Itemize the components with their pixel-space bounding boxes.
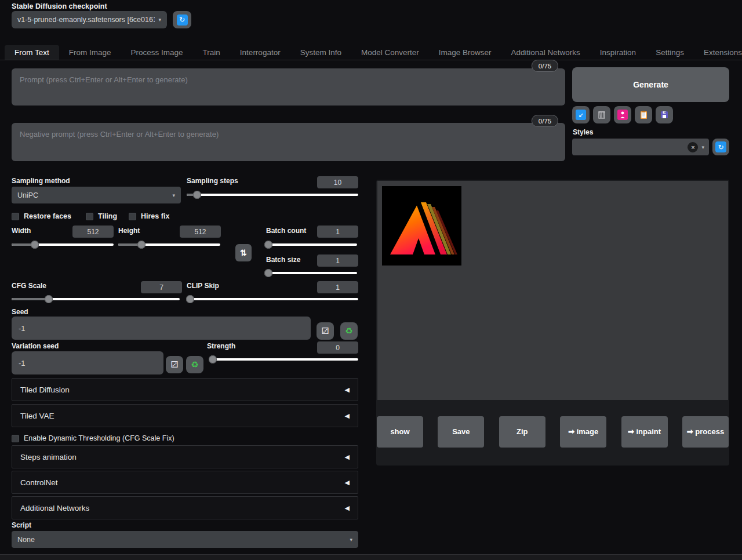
negative-prompt-input[interactable] [12,123,565,161]
sampling-method-value: UniPC [17,191,169,199]
chevron-left-icon: ◀ [345,412,350,420]
read-generation-params-button[interactable]: ↙ [572,106,590,123]
height-input[interactable]: 512 [180,226,221,238]
clear-prompt-button[interactable] [593,106,610,123]
hires-fix-checkbox[interactable]: Hires fix [129,212,169,220]
reuse-seed-button[interactable]: ♻ [340,322,358,340]
tab-interrogator[interactable]: Interrogator [230,45,290,60]
random-seed-button[interactable]: ⚂ [317,322,334,340]
zip-button[interactable]: Zip [499,416,545,448]
batch-size-label: Batch size [266,256,300,264]
seed-input[interactable]: -1 [12,317,311,340]
recycle-icon: ♻ [191,359,198,370]
restore-faces-checkbox[interactable]: Restore faces [12,212,71,220]
generated-image-thumbnail[interactable] [382,186,461,266]
variation-seed-label: Variation seed [12,342,59,350]
chevron-left-icon: ◀ [345,386,350,394]
chevron-left-icon: ◀ [345,479,350,486]
tab-extensions[interactable]: Extensions [694,45,742,60]
batch-count-label: Batch count [266,227,306,235]
chevron-down-icon: ▾ [158,17,161,23]
cfg-scale-input[interactable]: 7 [141,281,182,293]
arrow-down-left-icon: ↙ [576,110,586,120]
chevron-down-icon: ▾ [172,192,175,198]
batch-size-slider[interactable] [267,269,357,277]
tab-additional-networks[interactable]: Additional Networks [501,45,590,60]
cfg-scale-slider[interactable] [12,295,180,303]
extra-networks-button[interactable] [614,106,631,123]
styles-select[interactable]: × ▾ [572,139,709,155]
tab-model-converter[interactable]: Model Converter [351,45,429,60]
accordion-tiled-diffusion[interactable]: Tiled Diffusion ◀ [12,378,358,401]
dice-icon: ⚂ [170,359,178,370]
checkpoint-select[interactable]: v1-5-pruned-emaonly.safetensors [6ce0161… [12,11,167,28]
app-root: Stable Diffusion checkpoint v1-5-pruned-… [0,0,742,560]
tab-process-image[interactable]: Process Image [121,45,193,60]
tab-inspiration[interactable]: Inspiration [590,45,646,60]
page-bottom-divider [0,554,742,560]
accordion-title: ControlNet [20,478,345,487]
checkbox-icon [86,213,93,220]
styles-label: Styles [573,128,593,136]
tiling-label: Tiling [98,212,117,220]
width-input[interactable]: 512 [72,226,114,238]
variation-seed-input[interactable]: -1 [12,351,163,374]
dice-icon: ⚂ [321,326,329,336]
chevron-down-icon: ▾ [701,144,704,150]
generate-button[interactable]: Generate [572,67,729,102]
reuse-variation-seed-button[interactable]: ♻ [186,356,203,373]
tab-image-browser[interactable]: Image Browser [429,45,501,60]
strength-slider[interactable] [210,355,358,363]
save-style-button[interactable] [656,106,673,123]
accordion-steps-animation[interactable]: Steps animation ◀ [12,445,358,468]
batch-size-input[interactable]: 1 [317,254,358,267]
send-to-inpaint-button[interactable]: ➡ inpaint [621,416,668,448]
close-icon[interactable]: × [688,142,698,152]
script-select[interactable]: None ▾ [12,531,358,548]
prompt-token-counter: 0/75 [532,60,558,72]
swap-dimensions-button[interactable]: ⇅ [235,244,252,261]
strength-input[interactable]: 0 [317,341,358,354]
trash-icon [596,110,607,120]
send-to-image-button[interactable]: ➡ image [560,416,606,448]
accordion-additional-networks[interactable]: Additional Networks ◀ [12,496,358,519]
tiling-checkbox[interactable]: Tiling [86,212,117,220]
flower-card-icon [617,110,628,120]
clip-skip-input[interactable]: 1 [317,281,358,293]
height-slider[interactable] [118,241,220,249]
accordion-controlnet[interactable]: ControlNet ◀ [12,471,358,494]
accordion-tiled-vae[interactable]: Tiled VAE ◀ [12,404,358,427]
tab-system-info[interactable]: System Info [290,45,351,60]
tab-from-image[interactable]: From Image [59,45,121,60]
refresh-icon: ↻ [177,14,188,26]
styles-refresh-button[interactable]: ↻ [712,139,729,155]
artroom-logo [382,186,461,266]
seed-label: Seed [12,308,28,316]
batch-count-input[interactable]: 1 [317,226,358,238]
clip-skip-slider[interactable] [187,295,358,303]
show-button[interactable]: show [377,416,423,448]
checkpoint-refresh-button[interactable]: ↻ [173,11,191,28]
batch-count-slider[interactable] [267,241,357,249]
width-slider[interactable] [12,241,114,249]
save-button[interactable]: Save [438,416,484,448]
apply-styles-button[interactable] [635,106,652,123]
negative-prompt-token-counter: 0/75 [532,115,558,127]
sampling-steps-slider[interactable] [187,191,358,199]
output-gallery [377,181,728,400]
prompt-input[interactable] [12,68,565,106]
sampling-method-select[interactable]: UniPC ▾ [12,187,181,203]
recycle-icon: ♻ [345,326,352,336]
random-variation-seed-button[interactable]: ⚂ [166,356,183,373]
sampling-steps-input[interactable]: 10 [317,176,358,188]
checkbox-icon [12,435,19,442]
send-to-process-button[interactable]: ➡ process [682,416,729,448]
tab-from-text[interactable]: From Text [5,45,59,60]
tab-settings[interactable]: Settings [646,45,694,60]
cfg-scale-label: CFG Scale [12,282,46,290]
main-tabs: From Text From Image Process Image Train… [0,45,742,60]
dynamic-thresholding-checkbox[interactable]: Enable Dynamic Thresholding (CFG Scale F… [12,434,174,442]
chevron-left-icon: ◀ [345,504,350,512]
tab-train[interactable]: Train [193,45,230,60]
accordion-title: Steps animation [20,453,345,461]
